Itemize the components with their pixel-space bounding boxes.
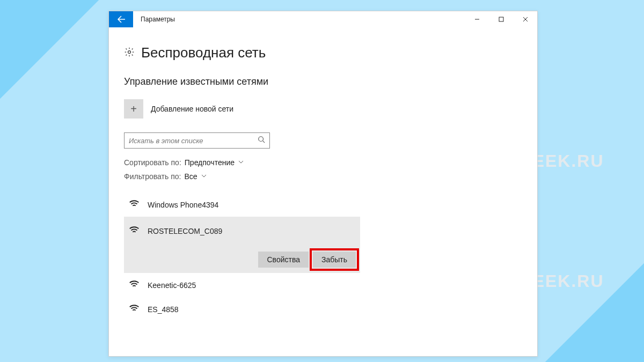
sort-value: Предпочтение <box>185 158 235 167</box>
sort-dropdown[interactable]: Сортировать по: Предпочтение <box>124 158 522 167</box>
page-title: Беспроводная сеть <box>141 45 266 61</box>
wifi-icon <box>128 302 140 316</box>
network-item[interactable]: Keenetic-6625 <box>124 273 360 297</box>
close-button[interactable] <box>513 11 537 27</box>
svg-point-2 <box>259 137 264 142</box>
plus-icon: + <box>124 99 143 119</box>
wifi-icon <box>128 198 140 211</box>
wifi-icon <box>128 224 140 238</box>
svg-rect-0 <box>499 17 503 21</box>
chevron-down-icon <box>238 158 244 167</box>
network-actions: Свойства Забыть <box>128 252 356 273</box>
search-icon[interactable] <box>258 136 265 145</box>
window-controls <box>465 11 537 27</box>
minimize-button[interactable] <box>465 11 489 27</box>
network-name: Keenetic-6625 <box>148 281 196 290</box>
network-item[interactable]: ES_4858 <box>124 297 360 321</box>
filter-label: Фильтровать по: <box>124 172 181 181</box>
filter-dropdown[interactable]: Фильтровать по: Все <box>124 172 522 181</box>
add-network-button[interactable]: + Добавление новой сети <box>124 99 522 119</box>
wifi-icon <box>128 278 140 292</box>
network-item-selected[interactable]: ROSTELECOM_C089 Свойства Забыть <box>124 217 360 273</box>
gear-icon <box>124 47 135 60</box>
network-name: ES_4858 <box>148 305 179 314</box>
forget-button[interactable]: Забыть <box>313 252 356 268</box>
add-network-label: Добавление новой сети <box>151 105 233 113</box>
filter-value: Все <box>184 172 197 181</box>
network-name: ROSTELECOM_C089 <box>148 227 222 235</box>
chevron-down-icon <box>201 172 207 181</box>
window-title: Параметры <box>133 11 465 27</box>
network-name: Windows Phone4394 <box>148 201 218 209</box>
maximize-button[interactable] <box>489 11 513 27</box>
page-header: Беспроводная сеть <box>124 45 522 61</box>
network-item[interactable]: Windows Phone4394 <box>124 193 360 217</box>
search-input[interactable] <box>129 137 258 145</box>
network-list: Windows Phone4394 ROSTELECOM_C089 Свойст… <box>124 193 522 321</box>
section-title: Управление известными сетями <box>124 76 522 87</box>
filter-section: Сортировать по: Предпочтение Фильтровать… <box>124 158 522 181</box>
sort-label: Сортировать по: <box>124 158 181 167</box>
settings-window: Параметры Беспроводная сеть Управление <box>108 11 538 357</box>
properties-button[interactable]: Свойства <box>258 252 308 268</box>
back-button[interactable] <box>109 11 133 27</box>
svg-point-1 <box>128 50 131 53</box>
titlebar: Параметры <box>109 11 537 27</box>
search-input-container <box>124 132 270 149</box>
content-area: Беспроводная сеть Управление известными … <box>109 27 537 356</box>
